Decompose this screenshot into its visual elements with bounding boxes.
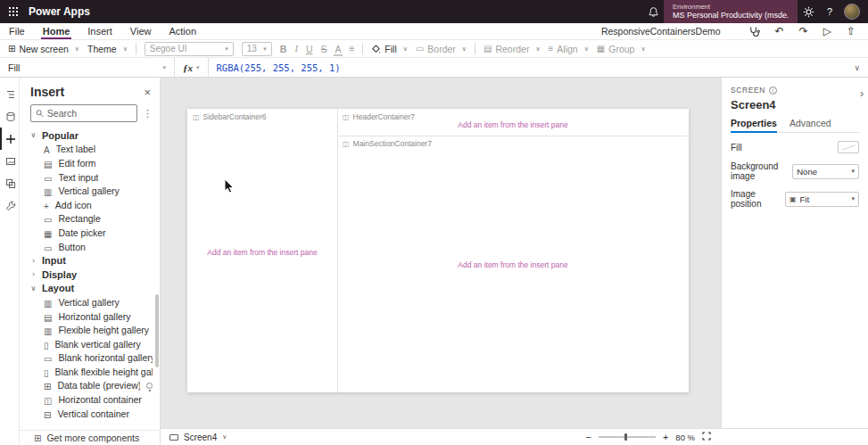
new-screen-button[interactable]: ⊞ New screen — [8, 44, 79, 54]
formula-input[interactable]: RGBA(255, 255, 255, 1) — [209, 62, 847, 73]
insert-item-data-table[interactable]: Data table (preview) — [20, 379, 160, 393]
zoom-slider-thumb[interactable] — [624, 433, 627, 441]
fill-button[interactable]: Fill — [371, 44, 408, 54]
sidebar-container-label[interactable]: ◫ SidebarContainer6 — [193, 112, 266, 121]
insert-item-horizontal-gallery[interactable]: Horizontal gallery — [20, 309, 160, 324]
rail-screens-button[interactable] — [0, 172, 19, 194]
insert-item-add-icon[interactable]: Add icon — [20, 198, 160, 212]
tab-advanced[interactable]: Advanced — [789, 118, 831, 132]
collapse-panel-button[interactable]: › — [860, 87, 864, 100]
screen-selector[interactable]: Screen4 ∨ — [161, 433, 227, 442]
insert-item-text-label[interactable]: Text label — [20, 143, 160, 157]
menu-bar: File Home Insert View Action ResponsiveC… — [0, 23, 868, 40]
menu-item-insert[interactable]: Insert — [79, 23, 121, 39]
strikethrough-button[interactable]: S — [320, 44, 327, 54]
undo-button[interactable]: ↶ — [775, 26, 784, 37]
app-name[interactable]: Power Apps — [29, 5, 90, 18]
zoom-in-button[interactable]: + — [663, 433, 668, 442]
chevron-right-icon: › — [30, 257, 37, 265]
rail-insert-button[interactable] — [0, 128, 19, 150]
border-button[interactable]: ▭ Border — [416, 44, 467, 54]
formula-bar-expand-button[interactable]: ∨ — [846, 63, 868, 72]
main-container-label[interactable]: ◫ MainSectionContainer7 — [343, 139, 432, 148]
redo-button[interactable]: ↷ — [799, 26, 808, 37]
search-box[interactable] — [30, 104, 137, 122]
font-color-button[interactable]: A — [335, 44, 341, 54]
insert-item-edit-form[interactable]: Edit form — [20, 156, 160, 170]
insert-item-vertical-container[interactable]: Vertical container — [20, 407, 160, 421]
zoom-out-button[interactable]: − — [585, 433, 591, 442]
reorder-button[interactable]: ▤ Reorder — [484, 44, 541, 54]
settings-button[interactable] — [798, 6, 819, 18]
rail-data-button[interactable] — [0, 105, 19, 128]
menu-item-home[interactable]: Home — [34, 23, 79, 39]
rail-tree-view-button[interactable] — [0, 83, 19, 105]
insert-item-text-input[interactable]: Text input — [20, 170, 160, 185]
font-size-select[interactable]: 13 ▾ — [242, 42, 272, 56]
plus-icon: + — [663, 432, 668, 442]
align-button[interactable]: ≡ Align — [549, 44, 589, 54]
close-button[interactable]: × — [144, 87, 151, 98]
publish-button[interactable]: ⇧ — [847, 26, 856, 37]
help-button[interactable]: ? — [819, 6, 840, 17]
insert-item-horizontal-container[interactable]: Horizontal container — [20, 392, 160, 407]
fit-to-window-icon — [702, 432, 711, 441]
insert-panel-scrollbar[interactable] — [155, 294, 159, 367]
preview-button[interactable]: ▷ — [823, 26, 831, 37]
insert-item-label: Vertical gallery — [58, 297, 119, 308]
background-image-select[interactable]: None ▾ — [792, 164, 859, 179]
insert-item-blank-vertical-gallery[interactable]: Blank vertical gallery — [20, 337, 160, 351]
rail-media-button[interactable] — [0, 150, 19, 172]
menu-item-action[interactable]: Action — [160, 23, 205, 39]
font-family-select[interactable]: Segoe UI ▾ — [145, 42, 234, 56]
insert-item-label: Horizontal container — [58, 394, 141, 405]
notifications-button[interactable] — [642, 6, 664, 18]
menu-item-view[interactable]: View — [121, 23, 161, 39]
insert-section-header[interactable]: ›Display — [20, 268, 160, 282]
environment-picker[interactable]: Environment MS Personal Productivity (ms… — [664, 0, 798, 23]
fill-color-button[interactable] — [838, 141, 859, 153]
publish-icon: ⇧ — [847, 26, 856, 37]
app-launcher-button[interactable] — [0, 0, 27, 23]
app-checker-button[interactable] — [748, 26, 760, 37]
insert-panel-title: Insert — [30, 85, 64, 99]
insert-section-label: Display — [42, 269, 77, 280]
rail-advanced-tools-button[interactable] — [0, 194, 19, 217]
insert-item-button[interactable]: Button — [20, 240, 160, 254]
underline-button[interactable]: U — [306, 44, 313, 54]
fit-to-window-button[interactable] — [702, 432, 711, 442]
image-position-select[interactable]: ▣ Fit ▾ — [785, 192, 859, 207]
bell-icon — [648, 6, 659, 18]
group-button[interactable]: ▦ Group — [597, 44, 646, 54]
insert-item-vertical-gallery[interactable]: Vertical gallery — [20, 295, 160, 309]
screen-artboard[interactable]: ◫ SidebarContainer6 ◫ HeaderContainer7 ◫… — [187, 109, 689, 392]
fx-button[interactable]: ƒx ▾ — [175, 58, 209, 77]
search-input[interactable] — [47, 108, 132, 119]
chevron-right-icon: › — [860, 87, 864, 100]
insert-item-vertical-gallery[interactable]: Vertical gallery — [20, 184, 160, 198]
chevron-down-icon: ∨ — [30, 131, 37, 139]
waffle-icon — [9, 7, 18, 16]
insert-section-header[interactable]: ∨Layout — [20, 282, 160, 296]
menu-item-file[interactable]: File — [0, 23, 34, 39]
insert-section-label: Popular — [42, 130, 79, 141]
italic-button[interactable]: I — [294, 44, 298, 54]
tab-properties[interactable]: Properties — [731, 118, 777, 132]
insert-section-header[interactable]: ∨Popular — [20, 128, 160, 143]
text-align-button[interactable]: ≡ — [350, 44, 355, 54]
zoom-slider[interactable] — [599, 436, 656, 438]
user-avatar[interactable] — [844, 4, 860, 20]
insert-item-label: Vertical gallery — [58, 185, 119, 196]
insert-item-blank-horizontal-gallery[interactable]: Blank horizontal gallery — [20, 351, 160, 366]
bold-button[interactable]: B — [280, 44, 287, 54]
insert-item-blank-flexible-height-gallery[interactable]: Blank flexible height gallery — [20, 365, 160, 379]
insert-item-date-picker[interactable]: Date picker — [20, 226, 160, 240]
get-more-components-button[interactable]: ⊞ Get more components — [20, 430, 160, 445]
property-select[interactable]: Fill ▾ — [0, 58, 175, 77]
more-options-button[interactable]: ⋮ — [143, 108, 153, 119]
insert-item-flexible-height-gallery[interactable]: Flexible height gallery — [20, 323, 160, 337]
theme-button[interactable]: Theme — [87, 44, 128, 54]
properties-tabs: Properties Advanced — [731, 118, 859, 133]
insert-item-rectangle[interactable]: Rectangle — [20, 212, 160, 227]
insert-section-header[interactable]: ›Input — [20, 253, 160, 268]
